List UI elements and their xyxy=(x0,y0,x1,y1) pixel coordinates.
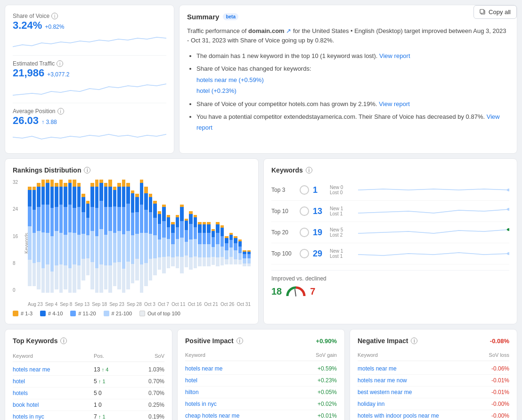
improved-declined-values: 18 7 xyxy=(271,285,509,298)
kw-link[interactable]: hotels in nyc xyxy=(13,413,94,420)
positive-impact-info-icon[interactable]: i xyxy=(237,338,243,344)
top10-new-lost: New 1 Lost 1 xyxy=(330,206,353,216)
kw-link[interactable]: hotels with indoor pools near me xyxy=(358,412,472,419)
sov-metric: Share of Voice i 3.24% +0.82% xyxy=(13,13,166,56)
kw-link[interactable]: best western near me xyxy=(358,389,472,395)
svg-point-2 xyxy=(507,189,509,191)
top3-sparkline xyxy=(358,183,509,197)
bar-group xyxy=(90,180,94,293)
svg-point-5 xyxy=(507,252,509,255)
negative-impact-card: Negative Impact i -0.08% Keyword SoV los… xyxy=(350,329,517,420)
bar-group xyxy=(203,180,206,293)
table-row: hotels near me +0.59% xyxy=(185,363,337,375)
avgpos-info-icon[interactable]: i xyxy=(57,108,64,115)
top3-label: Top 3 xyxy=(271,187,300,193)
top10-sparkline xyxy=(358,205,509,218)
traffic-change: +3,077.2 xyxy=(47,71,69,78)
kw-link[interactable]: hotels near me xyxy=(13,366,94,373)
negative-impact-value: -0.08% xyxy=(490,338,509,345)
legend-out-top100: Out of top 100 xyxy=(139,311,180,316)
sov-chart xyxy=(13,33,166,50)
bar-group xyxy=(28,180,32,293)
bar-group xyxy=(126,180,130,293)
bar-group xyxy=(104,180,108,293)
bar-group xyxy=(216,180,220,293)
legend-dot-4-10 xyxy=(40,311,46,316)
bar-group xyxy=(212,180,215,293)
view-report-link-3[interactable]: View report xyxy=(196,113,500,131)
improved-declined-label: Improved vs. declined xyxy=(271,275,509,282)
negative-table-header: Keyword SoV loss xyxy=(358,349,509,361)
bar-group xyxy=(37,180,41,293)
kw-link[interactable]: hilton xyxy=(185,389,299,395)
bar-group xyxy=(33,180,36,293)
kw-link[interactable]: hotels near me xyxy=(185,365,299,372)
bar-group xyxy=(144,180,148,293)
top-keywords-header: Keyword Pos. SoV xyxy=(13,350,164,362)
bar-group xyxy=(122,180,126,293)
kw-link[interactable]: hotels xyxy=(13,390,94,396)
bar-group xyxy=(198,180,202,293)
kw-link[interactable]: motels near me xyxy=(358,365,472,372)
kw-link[interactable]: hotels near me now xyxy=(358,377,472,384)
sov-keyword-2-link[interactable]: hotel (+0.23%) xyxy=(196,87,237,94)
kw-link[interactable]: book hotel xyxy=(13,402,94,408)
table-row: hotels near me 13 ↑ 4 1.03% xyxy=(13,364,164,376)
view-report-link-2[interactable]: View report xyxy=(379,100,410,107)
top-keywords-info-icon[interactable]: i xyxy=(60,338,67,344)
positive-impact-card: Positive Impact i +0.90% Keyword SoV gai… xyxy=(177,329,345,420)
traffic-info-icon[interactable]: i xyxy=(57,60,63,67)
negative-impact-info-icon[interactable]: i xyxy=(411,338,417,344)
kw-link[interactable]: hotel xyxy=(13,378,94,385)
rankings-info-icon[interactable]: i xyxy=(84,167,90,173)
bar-group xyxy=(153,180,157,293)
kw-link[interactable]: hotel xyxy=(185,377,299,384)
bar-group xyxy=(171,180,175,293)
summary-header: Summary beta xyxy=(187,13,509,21)
positive-table-header: Keyword SoV gain xyxy=(185,349,337,361)
svg-point-3 xyxy=(507,208,509,211)
traffic-chart xyxy=(13,81,166,98)
top3-row: Top 3 1 New 0 Lost 0 xyxy=(271,180,509,201)
bar-group xyxy=(108,180,112,293)
bar-group xyxy=(64,180,67,293)
table-row: book hotel 1 0 0.25% xyxy=(13,399,164,411)
bar-group xyxy=(167,180,171,293)
summary-title: Summary xyxy=(187,13,219,21)
sov-keyword-1-link[interactable]: hotels near me (+0.59%) xyxy=(196,76,264,83)
avgpos-metric: Average Position i 26.03 ↑ 3.88 xyxy=(13,108,166,146)
table-row: hotels with indoor pools near me -0.00% xyxy=(358,410,509,420)
keywords-panel-card: Keywords i Top 3 1 New 0 Lost 0 Top 10 1 xyxy=(263,158,517,324)
table-row: hotels near me now -0.01% xyxy=(358,375,509,387)
summary-bullet-4: You have a potential competitor extended… xyxy=(196,111,509,133)
top3-count: 1 xyxy=(313,185,330,195)
legend-21-100: # 21-100 xyxy=(104,311,132,316)
copy-all-button[interactable]: Copy all xyxy=(473,5,517,19)
kw-link[interactable]: holiday inn xyxy=(358,401,472,407)
top10-label: Top 10 xyxy=(271,208,300,214)
kw-link[interactable]: cheap hotels near me xyxy=(185,412,299,419)
kw-link[interactable]: hotels in nyc xyxy=(185,401,299,407)
legend-dot-11-20 xyxy=(70,311,76,316)
top10-row: Top 10 13 New 1 Lost 1 xyxy=(271,201,509,222)
negative-impact-title: Negative Impact i xyxy=(358,337,417,345)
top10-count: 13 xyxy=(313,206,330,216)
keywords-panel-title: Keywords i xyxy=(271,166,509,174)
bar-group xyxy=(73,180,76,293)
bar-group xyxy=(229,180,233,293)
traffic-value: 21,986 xyxy=(13,67,44,79)
summary-bullet-3: Share of Voice of your competitor hotels… xyxy=(196,99,509,109)
bar-group xyxy=(207,180,211,293)
top10-circle xyxy=(300,206,309,216)
sov-info-icon[interactable]: i xyxy=(51,13,58,19)
gauge-icon xyxy=(285,285,306,298)
summary-bullet-1: The domain has 1 new keyword in the top … xyxy=(196,50,509,61)
bar-group xyxy=(225,180,228,293)
avgpos-label: Average Position i xyxy=(13,108,166,115)
legend-dot-21-100 xyxy=(104,311,109,316)
keywords-info-icon[interactable]: i xyxy=(306,167,312,173)
top20-new-lost: New 5 Lost 2 xyxy=(330,227,353,238)
view-report-link-1[interactable]: View report xyxy=(379,52,410,59)
table-row: best western near me -0.01% xyxy=(358,387,509,398)
bar-group xyxy=(158,180,162,293)
